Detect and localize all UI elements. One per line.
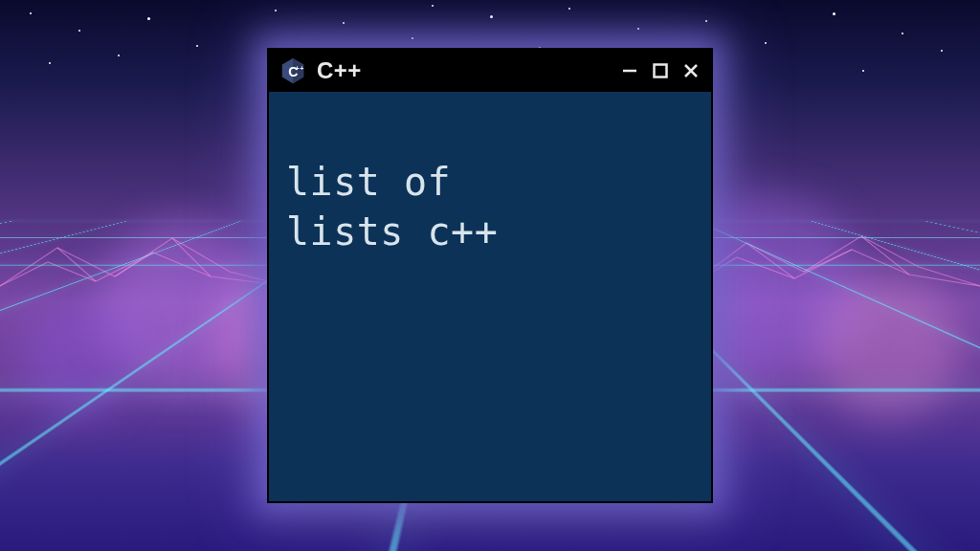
close-button[interactable] [680,60,702,81]
svg-text:+: + [296,65,300,72]
terminal-text: list of lists c++ [286,160,498,253]
svg-text:+: + [301,65,304,72]
window-title: C++ [317,57,610,84]
window-titlebar[interactable]: C + + C++ [269,50,711,92]
svg-rect-6 [655,65,667,77]
cpp-logo-icon: C + + [278,56,307,85]
window-controls [619,60,702,81]
terminal-window: C + + C++ list of lists c++ [267,48,713,503]
terminal-body: list of lists c++ [269,92,711,272]
maximize-button[interactable] [650,60,671,81]
minimize-button[interactable] [619,60,640,81]
